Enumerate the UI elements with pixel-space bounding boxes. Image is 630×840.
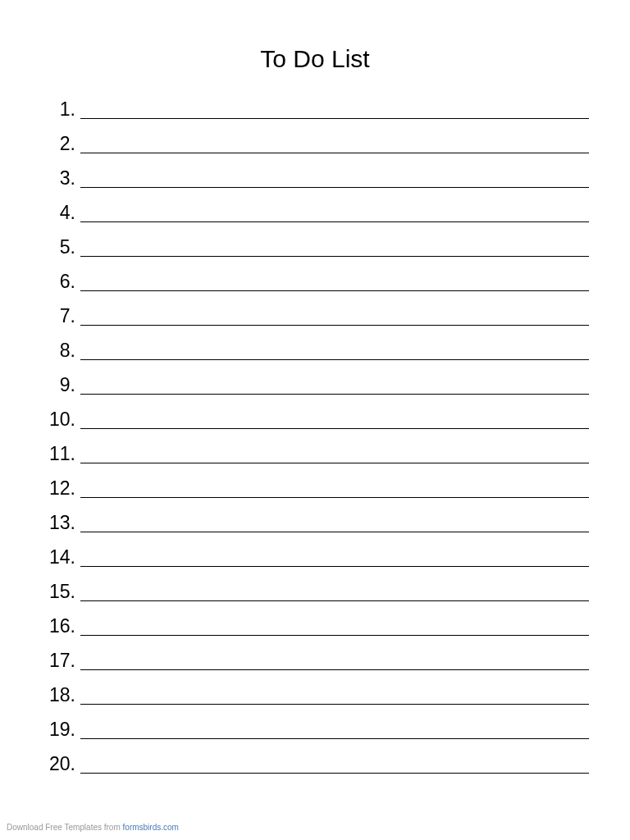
list-line	[80, 326, 589, 360]
list-line	[80, 188, 589, 222]
list-number: 7.	[33, 305, 80, 331]
list-number: 2.	[33, 133, 80, 158]
todo-list: 1. 2. 3. 4. 5. 6. 7. 8. 9. 10. 11.	[0, 89, 630, 778]
list-number: 1.	[33, 98, 80, 124]
page-title: To Do List	[0, 0, 630, 89]
list-line	[80, 532, 589, 567]
list-number: 10.	[33, 409, 80, 434]
list-line	[80, 395, 589, 429]
list-number: 12.	[33, 477, 80, 503]
list-number: 9.	[33, 374, 80, 399]
footer-text: Download Free Templates from	[7, 823, 123, 832]
list-line	[80, 257, 589, 291]
list-line	[80, 739, 589, 774]
list-line	[80, 601, 589, 636]
list-number: 15.	[33, 581, 80, 606]
list-number: 3.	[33, 167, 80, 193]
list-line	[80, 429, 589, 463]
list-number: 11.	[33, 443, 80, 468]
list-number: 14.	[33, 546, 80, 572]
list-line	[80, 84, 589, 119]
list-line	[80, 360, 589, 395]
list-line	[80, 291, 589, 326]
list-line	[80, 705, 589, 739]
list-number: 16.	[33, 615, 80, 641]
list-item: 20.	[33, 744, 589, 778]
list-number: 18.	[33, 684, 80, 710]
list-number: 19.	[33, 719, 80, 744]
list-number: 17.	[33, 650, 80, 675]
list-number: 5.	[33, 236, 80, 262]
list-line	[80, 222, 589, 257]
list-number: 8.	[33, 340, 80, 365]
list-number: 6.	[33, 271, 80, 296]
footer-link[interactable]: formsbirds.com	[123, 823, 179, 832]
list-line	[80, 636, 589, 670]
list-line	[80, 463, 589, 498]
list-number: 13.	[33, 512, 80, 537]
list-line	[80, 119, 589, 153]
list-number: 4.	[33, 202, 80, 227]
footer: Download Free Templates from formsbirds.…	[7, 823, 179, 832]
list-line	[80, 153, 589, 188]
list-line	[80, 567, 589, 601]
list-line	[80, 670, 589, 705]
list-line	[80, 498, 589, 532]
list-number: 20.	[33, 753, 80, 778]
